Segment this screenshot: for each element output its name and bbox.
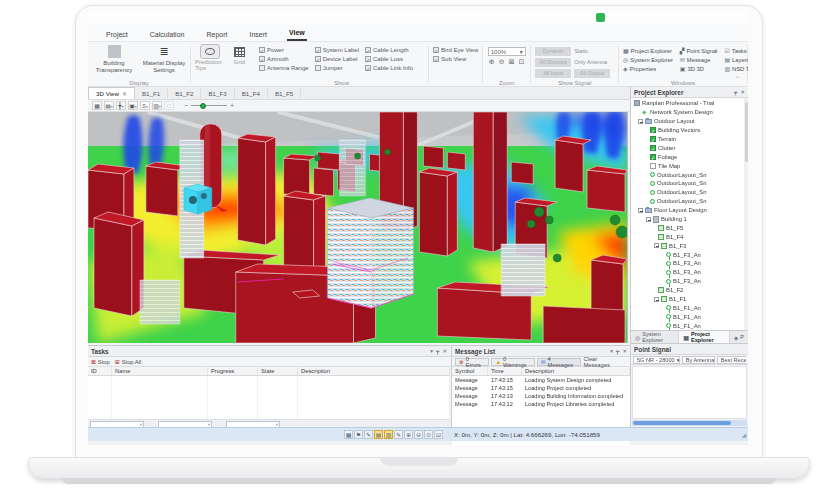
windows-project-explorer[interactable]: ▦Project Explorer — [623, 47, 673, 54]
zoom-in-icon[interactable]: ⊕ — [404, 430, 413, 439]
tab-project-explorer[interactable]: ▦Project Explorer — [679, 331, 729, 343]
message-row[interactable]: Message17:43:15Loading System Design com… — [452, 376, 630, 384]
zoom-out-icon[interactable]: ⊖ — [498, 58, 506, 66]
stop-button[interactable]: ⊠Stop — [91, 359, 110, 365]
band-select[interactable]: 5G NR - 28000▾ — [633, 356, 680, 364]
checkbox-cable-length[interactable]: ✓Cable Length — [365, 47, 413, 53]
tree-item[interactable]: B1_F1 — [631, 295, 745, 304]
windows-3d[interactable]: ▣3D 3D — [680, 65, 718, 72]
grid-icon[interactable]: ▦ — [344, 430, 353, 439]
checkbox-cable-loss[interactable]: ✓Cable Loss — [365, 56, 413, 62]
prediction-tips-button[interactable]: Prediction Tips — [195, 44, 224, 71]
tree-item[interactable]: B1_F3_An — [631, 268, 745, 277]
zoom-out-icon[interactable]: ⊖ — [414, 430, 423, 439]
tree-item[interactable]: Outdoor Layout — [631, 117, 745, 126]
snap-icon[interactable]: ✎ — [364, 430, 373, 439]
windows-tasks[interactable]: ☑Tasks — [724, 47, 748, 54]
resize-grip-icon[interactable]: ◢ — [741, 431, 746, 438]
collapse-ribbon-icon[interactable]: ⌃ — [735, 75, 740, 82]
checkbox-device-label[interactable]: ✓Device Label — [315, 56, 359, 62]
draw-icon[interactable]: ✎ — [394, 430, 403, 439]
tree-item[interactable]: B1_F3_An — [631, 277, 745, 286]
pan-tool-icon[interactable]: ▤▾ — [104, 101, 114, 110]
windows-message[interactable]: ✉Message — [680, 56, 718, 63]
flag-icon[interactable]: ⚑ — [354, 430, 363, 439]
doc-tab-b1f4[interactable]: B1_F4 — [235, 88, 268, 99]
collapse-icon[interactable] — [654, 297, 659, 302]
dynamic-button[interactable]: Dynamic — [535, 47, 571, 56]
tree-item[interactable]: ◈Network System Design — [631, 108, 745, 117]
zoom-in-icon[interactable]: ⊕ — [488, 58, 496, 66]
building-transparency-button[interactable]: Building Transparency — [92, 44, 136, 74]
message-row[interactable]: Message17:43:13Loading Building Informat… — [452, 392, 630, 400]
layer-checkbox[interactable]: ✓ — [650, 154, 656, 160]
tree-item[interactable]: ✓Terrain — [631, 135, 745, 144]
collapse-icon[interactable] — [638, 119, 643, 124]
tab-insert[interactable]: Insert — [247, 29, 269, 41]
zoom-center-icon[interactable]: ⊙ — [424, 430, 433, 439]
zoom-fit-icon[interactable]: ⊠ — [508, 58, 516, 66]
windows-properties[interactable]: ◈Properties — [623, 65, 673, 72]
windows-system-explorer[interactable]: ◎System Explorer — [623, 56, 673, 63]
rect-tool-icon[interactable]: ▣▾ — [128, 101, 138, 110]
tree-item[interactable]: B1_F5 — [631, 223, 745, 232]
tab-report[interactable]: Report — [204, 29, 229, 41]
tree-item[interactable]: B1_F2 — [631, 286, 745, 295]
pin-icon[interactable]: ┳ — [436, 348, 439, 354]
doc-tab-b1f2[interactable]: B1_F2 — [168, 88, 201, 99]
layer-checkbox[interactable]: ✓ — [650, 145, 656, 151]
tree-item[interactable]: ✓Foliage — [631, 152, 745, 161]
tab-view[interactable]: View — [287, 27, 307, 41]
doc-tab-b1f5[interactable]: B1_F5 — [268, 88, 301, 99]
zoom-window-icon[interactable]: ⊡ — [518, 58, 526, 66]
message-row[interactable]: Message17:43:15Loading Project completed — [452, 384, 630, 392]
chevron-down-icon[interactable]: ▾ — [430, 348, 433, 354]
message-row[interactable]: Message17:43:12Loading Project Libraries… — [452, 400, 630, 408]
pin-icon[interactable]: ┳ — [616, 348, 619, 354]
messages-filter-button[interactable]: ✉4 Messages — [537, 358, 582, 366]
windows-point-signal[interactable]: ▞Point Signal — [680, 47, 718, 54]
errors-filter-button[interactable]: ⊗0 Errors — [455, 358, 489, 366]
clear-messages-button[interactable]: Clear Messages — [583, 356, 627, 368]
tab-project[interactable]: Project — [104, 29, 130, 41]
zoom-level-select[interactable]: 100%▾ — [488, 47, 526, 56]
tree-item[interactable]: Ranplan Professional - Trial — [631, 99, 745, 108]
tree-item[interactable]: B1_F1_An — [631, 321, 745, 330]
tree-item[interactable]: B1_F3 — [631, 241, 745, 250]
best-receive-select[interactable]: Best Receive — [717, 356, 746, 364]
close-icon[interactable]: ✕ — [622, 348, 627, 354]
tree-item[interactable]: OutdoorLayout_Sn — [631, 188, 745, 197]
scrollbar[interactable] — [744, 98, 748, 330]
list-tool-icon[interactable]: ≡▾ — [140, 101, 150, 110]
layers2-icon[interactable]: ▥ — [384, 430, 393, 439]
doc-tab-b1f3[interactable]: B1_F3 — [201, 88, 234, 99]
tab-properties[interactable]: ◈P — [730, 331, 748, 343]
measure-tool-icon[interactable]: □ — [164, 101, 174, 110]
layer-checkbox[interactable] — [650, 163, 656, 169]
close-icon[interactable]: ✕ — [122, 90, 127, 97]
tree-item[interactable]: ✓Clutter — [631, 143, 745, 152]
plus-icon[interactable]: + — [230, 102, 234, 109]
collapse-icon[interactable] — [646, 217, 651, 222]
all-devices-button[interactable]: All Devices — [535, 58, 571, 67]
tab-system-explorer[interactable]: ◎System Explorer — [631, 331, 679, 343]
tree-item[interactable]: OutdoorLayout_Sn — [631, 179, 745, 188]
slider-knob[interactable] — [200, 103, 206, 109]
tree-item[interactable]: B1_F3_An — [631, 259, 745, 268]
tree-item[interactable]: ✓Building Vectors — [631, 126, 745, 135]
doc-tab-b1f1[interactable]: B1_F1 — [135, 88, 168, 99]
zoom-window-icon[interactable]: ⊡ — [434, 430, 443, 439]
collapse-icon[interactable] — [654, 243, 659, 248]
chevron-down-icon[interactable]: ▾ — [610, 348, 613, 354]
tree-item[interactable]: B1_F3_An — [631, 250, 745, 259]
tree-item[interactable]: B1_F1_An — [631, 312, 745, 321]
by-antenna-select[interactable]: By Antenna▾ — [682, 356, 715, 364]
grid-button[interactable]: Grid — [227, 44, 251, 65]
tab-calculation[interactable]: Calculation — [148, 29, 187, 41]
tree-item[interactable]: Building 1 — [631, 215, 745, 224]
select-tool-icon[interactable]: ▦ — [92, 101, 102, 110]
stop-all-button[interactable]: ⊞Stop All — [115, 359, 142, 365]
move-tool-icon[interactable]: ╋▾ — [116, 101, 126, 110]
warnings-filter-button[interactable]: ▲0 Warnings — [491, 358, 534, 366]
tree-item[interactable]: Tile Map — [631, 161, 745, 170]
